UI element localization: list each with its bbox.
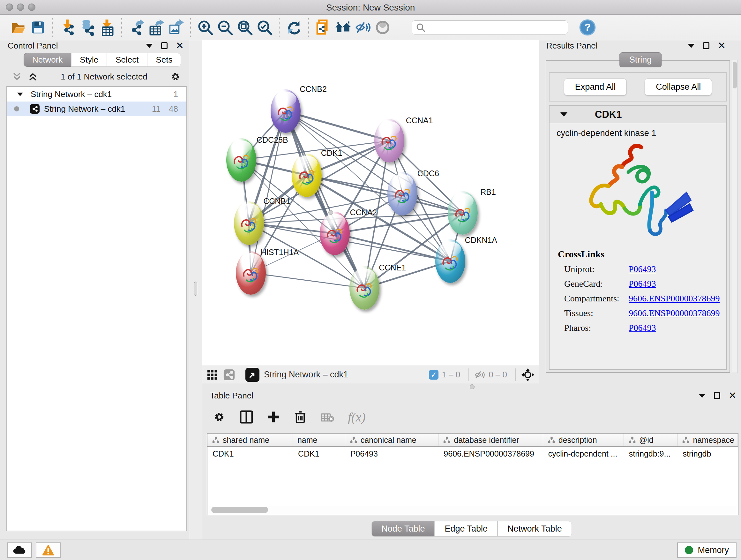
show-columns-icon[interactable]: [239, 410, 253, 424]
crosslink-link[interactable]: P06493: [629, 264, 656, 274]
import-table-icon[interactable]: [97, 17, 117, 37]
float-panel-icon[interactable]: [688, 44, 695, 48]
canvas-splitter-dot[interactable]: [328, 210, 333, 215]
column-header-name[interactable]: name: [293, 434, 345, 446]
crosslink-link[interactable]: P06493: [629, 323, 656, 333]
warnings-button[interactable]: [36, 543, 61, 558]
undock-panel-icon[interactable]: [161, 42, 167, 49]
import-network-database-icon[interactable]: [77, 17, 97, 37]
cell[interactable]: CDK1: [207, 447, 293, 460]
scrollbar-thumb[interactable]: [211, 507, 268, 513]
column-header-namespace[interactable]: namespace: [677, 434, 738, 446]
node-CDC25B[interactable]: [226, 138, 256, 182]
splitter-handle[interactable]: [194, 282, 197, 296]
string-results-tab[interactable]: String: [619, 52, 662, 67]
close-panel-icon[interactable]: ✕: [729, 392, 737, 399]
import-network-file-icon[interactable]: [57, 17, 77, 37]
results-scrollbar[interactable]: [732, 60, 738, 373]
gene-section-header[interactable]: CDK1: [549, 106, 726, 123]
gear-icon[interactable]: [170, 71, 181, 82]
clone-network-icon[interactable]: [313, 17, 333, 37]
tab-network[interactable]: Network: [23, 53, 71, 67]
grid-mode-icon[interactable]: [207, 369, 218, 380]
crosslink-link[interactable]: 9606.ENSP00000378699: [629, 308, 720, 318]
add-column-icon[interactable]: [267, 410, 280, 424]
save-session-icon[interactable]: [28, 17, 48, 37]
home-icon[interactable]: [333, 17, 353, 37]
zoom-in-icon[interactable]: [195, 17, 215, 37]
node-HIST1H1A[interactable]: [236, 251, 266, 295]
edge-CCNB2-CCNE1[interactable]: [286, 111, 364, 288]
export-table-icon[interactable]: [146, 17, 166, 37]
tab-node-table[interactable]: Node Table: [372, 521, 434, 537]
delete-table-icon[interactable]: [320, 411, 334, 423]
birdseye-view-icon[interactable]: [246, 368, 259, 382]
hidden-eye-icon[interactable]: [474, 370, 485, 380]
node-CCNE1[interactable]: [349, 266, 380, 310]
apply-layout-icon[interactable]: [284, 17, 304, 37]
cell[interactable]: P06493: [345, 447, 439, 460]
column-header-canonical-name[interactable]: canonical name: [345, 434, 439, 446]
table-settings-gear-icon[interactable]: [212, 410, 226, 424]
node-CDC6[interactable]: [387, 172, 417, 215]
node-CDK1[interactable]: [292, 153, 322, 197]
help-icon[interactable]: ?: [578, 17, 597, 37]
edge-HIST1H1A-CCNE1[interactable]: [251, 273, 364, 288]
tab-edge-table[interactable]: Edge Table: [434, 521, 497, 537]
expand-all-button[interactable]: Expand All: [564, 78, 627, 96]
selected-nodes-checkbox[interactable]: ✓: [429, 370, 439, 380]
zoom-fit-icon[interactable]: [235, 17, 255, 37]
float-panel-icon[interactable]: [146, 44, 153, 48]
memory-button[interactable]: Memory: [677, 543, 737, 558]
search-input[interactable]: [425, 22, 559, 32]
delete-column-icon[interactable]: [293, 410, 307, 424]
cell[interactable]: CDK1: [293, 447, 345, 460]
function-builder-icon[interactable]: f(x): [348, 410, 366, 425]
splitter-grip-dot[interactable]: [470, 384, 475, 389]
search-box[interactable]: [412, 20, 568, 35]
close-panel-icon[interactable]: ✕: [718, 42, 726, 49]
column-header--id[interactable]: @id: [624, 434, 678, 446]
cell[interactable]: stringdb:9...: [624, 447, 678, 460]
crosslink-link[interactable]: 9606.ENSP00000378699: [629, 294, 720, 304]
network-collection-row[interactable]: String Network – cdk1 1: [7, 87, 186, 102]
node-CCNA2[interactable]: [320, 212, 350, 255]
zoom-selected-icon[interactable]: [255, 17, 274, 37]
share-view-icon[interactable]: [223, 369, 235, 381]
edge-CCNB2-CCNA1[interactable]: [286, 111, 389, 141]
column-header-shared-name[interactable]: shared name: [207, 434, 293, 446]
crosslink-link[interactable]: P06493: [629, 279, 656, 289]
left-splitter[interactable]: [189, 40, 202, 540]
cell[interactable]: stringdb: [677, 447, 738, 460]
results-scrollbar-thumb[interactable]: [733, 62, 737, 88]
collapse-all-icon[interactable]: [11, 72, 22, 81]
hide-selected-icon[interactable]: [353, 17, 373, 37]
table-row[interactable]: CDK1CDK1P064939606.ENSP00000378699cyclin…: [207, 447, 738, 460]
node-CCNA1[interactable]: [374, 119, 404, 163]
expand-all-icon[interactable]: [27, 72, 38, 81]
collapse-all-button[interactable]: Collapse All: [645, 78, 712, 96]
pan-tool-icon[interactable]: [521, 368, 535, 382]
tab-network-table[interactable]: Network Table: [497, 521, 572, 537]
node-CCNB2[interactable]: [271, 89, 300, 133]
table-horizontal-scrollbar[interactable]: [209, 506, 737, 514]
tab-sets[interactable]: Sets: [147, 53, 181, 67]
tab-style[interactable]: Style: [71, 53, 107, 67]
export-network-icon[interactable]: [126, 17, 146, 37]
cloud-status-button[interactable]: [7, 543, 32, 558]
node-CCNB1[interactable]: [234, 201, 264, 245]
node-RB1[interactable]: [448, 191, 478, 235]
node-CDKN1A[interactable]: [435, 240, 465, 283]
tab-select[interactable]: Select: [107, 53, 147, 67]
show-all-icon[interactable]: [373, 17, 393, 37]
undock-panel-icon[interactable]: [714, 392, 720, 399]
collapse-row-icon[interactable]: [17, 92, 23, 96]
network-canvas[interactable]: CCNB2CCNA1CDC25BCDK1CDC6RB1CCNB1CCNA2CDK…: [202, 40, 539, 366]
collapse-section-icon[interactable]: [560, 112, 567, 117]
undock-panel-icon[interactable]: [703, 42, 710, 49]
export-image-icon[interactable]: [166, 17, 186, 37]
float-panel-icon[interactable]: [698, 394, 705, 398]
cell[interactable]: 9606.ENSP00000378699: [439, 447, 543, 460]
column-header-database-identifier[interactable]: database identifier: [439, 434, 543, 446]
horizontal-splitter[interactable]: [202, 383, 741, 390]
